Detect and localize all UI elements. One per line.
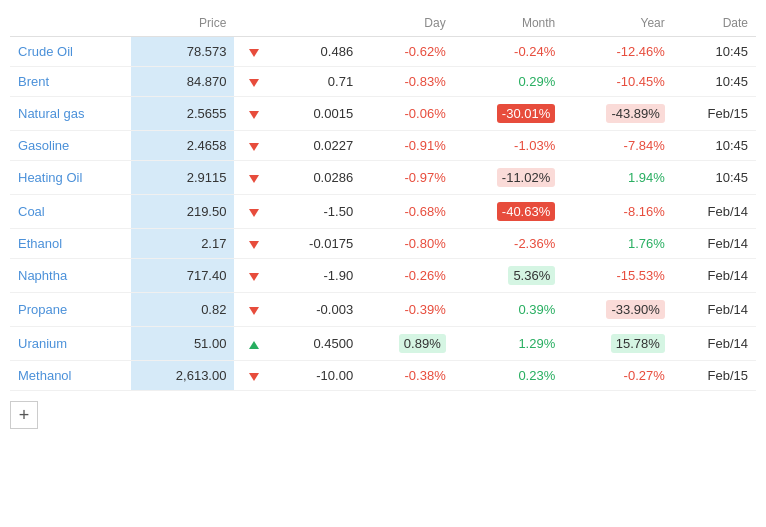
table-row: Coal219.50-1.50-0.68%-40.63%-8.16%Feb/14 [10, 195, 756, 229]
arrow-down-icon [249, 79, 259, 87]
commodity-name[interactable]: Coal [10, 195, 131, 229]
commodity-month: 0.39% [454, 293, 564, 327]
commodity-price: 2.17 [131, 229, 234, 259]
arrow-down-icon [249, 273, 259, 281]
commodity-name[interactable]: Crude Oil [10, 37, 131, 67]
commodity-name[interactable]: Uranium [10, 327, 131, 361]
commodity-year: 1.76% [563, 229, 673, 259]
commodity-month: -1.03% [454, 131, 564, 161]
commodity-date: 10:45 [673, 67, 756, 97]
commodity-year: -15.53% [563, 259, 673, 293]
commodity-arrow [234, 67, 272, 97]
commodity-price: 78.573 [131, 37, 234, 67]
commodity-name[interactable]: Gasoline [10, 131, 131, 161]
commodity-month: -2.36% [454, 229, 564, 259]
commodity-date: Feb/14 [673, 259, 756, 293]
commodity-name[interactable]: Methanol [10, 361, 131, 391]
table-row: Heating Oil2.91150.0286-0.97%-11.02%1.94… [10, 161, 756, 195]
commodity-day: -0.39% [361, 293, 454, 327]
commodity-date: Feb/15 [673, 97, 756, 131]
commodity-arrow [234, 361, 272, 391]
commodity-year: 1.94% [563, 161, 673, 195]
commodity-date: Feb/14 [673, 195, 756, 229]
col-header-year: Year [563, 10, 673, 37]
arrow-down-icon [249, 241, 259, 249]
table-row: Natural gas2.56550.0015-0.06%-30.01%-43.… [10, 97, 756, 131]
table-row: Crude Oil78.5730.486-0.62%-0.24%-12.46%1… [10, 37, 756, 67]
commodity-date: 10:45 [673, 37, 756, 67]
arrow-down-icon [249, 175, 259, 183]
commodity-arrow [234, 131, 272, 161]
commodity-date: Feb/15 [673, 361, 756, 391]
commodity-name[interactable]: Ethanol [10, 229, 131, 259]
commodity-price: 2.4658 [131, 131, 234, 161]
commodity-date: Feb/14 [673, 229, 756, 259]
commodity-change: -0.0175 [273, 229, 361, 259]
commodity-month: 5.36% [454, 259, 564, 293]
table-row: Brent84.8700.71-0.83%0.29%-10.45%10:45 [10, 67, 756, 97]
commodity-year: -8.16% [563, 195, 673, 229]
commodity-year: -10.45% [563, 67, 673, 97]
commodity-change: 0.4500 [273, 327, 361, 361]
commodity-change: 0.0286 [273, 161, 361, 195]
commodity-day: -0.06% [361, 97, 454, 131]
arrow-down-icon [249, 49, 259, 57]
commodity-change: 0.71 [273, 67, 361, 97]
commodity-change: -1.50 [273, 195, 361, 229]
commodity-month: -11.02% [454, 161, 564, 195]
col-header-name [10, 10, 131, 37]
commodity-year: -0.27% [563, 361, 673, 391]
commodity-month: 1.29% [454, 327, 564, 361]
commodity-day: -0.26% [361, 259, 454, 293]
commodity-year: -43.89% [563, 97, 673, 131]
table-row: Ethanol2.17-0.0175-0.80%-2.36%1.76%Feb/1… [10, 229, 756, 259]
arrow-down-icon [249, 209, 259, 217]
col-header-arrow [234, 10, 272, 37]
table-row: Naphtha717.40-1.90-0.26%5.36%-15.53%Feb/… [10, 259, 756, 293]
table-row: Propane0.82-0.003-0.39%0.39%-33.90%Feb/1… [10, 293, 756, 327]
commodity-year: -7.84% [563, 131, 673, 161]
commodity-price: 84.870 [131, 67, 234, 97]
commodity-year: -12.46% [563, 37, 673, 67]
col-header-change [273, 10, 361, 37]
commodity-price: 51.00 [131, 327, 234, 361]
commodity-arrow [234, 195, 272, 229]
add-row-button[interactable]: + [10, 401, 38, 429]
arrow-down-icon [249, 307, 259, 315]
commodity-price: 2,613.00 [131, 361, 234, 391]
commodity-arrow [234, 293, 272, 327]
commodity-day: -0.62% [361, 37, 454, 67]
col-header-date: Date [673, 10, 756, 37]
commodity-month: -40.63% [454, 195, 564, 229]
table-row: Gasoline2.46580.0227-0.91%-1.03%-7.84%10… [10, 131, 756, 161]
commodity-date: 10:45 [673, 131, 756, 161]
commodity-name[interactable]: Propane [10, 293, 131, 327]
col-header-day: Day [361, 10, 454, 37]
commodity-arrow [234, 327, 272, 361]
commodity-change: 0.486 [273, 37, 361, 67]
col-header-price: Price [131, 10, 234, 37]
commodity-name[interactable]: Naphtha [10, 259, 131, 293]
commodity-change: 0.0227 [273, 131, 361, 161]
arrow-down-icon [249, 111, 259, 119]
arrow-down-icon [249, 143, 259, 151]
col-header-month: Month [454, 10, 564, 37]
commodity-day: -0.97% [361, 161, 454, 195]
commodity-change: 0.0015 [273, 97, 361, 131]
commodity-arrow [234, 161, 272, 195]
commodity-month: -30.01% [454, 97, 564, 131]
commodity-arrow [234, 259, 272, 293]
table-row: Uranium51.000.45000.89%1.29%15.78%Feb/14 [10, 327, 756, 361]
commodity-date: 10:45 [673, 161, 756, 195]
commodity-price: 2.9115 [131, 161, 234, 195]
commodity-arrow [234, 229, 272, 259]
commodity-name[interactable]: Heating Oil [10, 161, 131, 195]
commodity-day: -0.80% [361, 229, 454, 259]
commodity-date: Feb/14 [673, 293, 756, 327]
commodity-day: -0.68% [361, 195, 454, 229]
commodity-price: 0.82 [131, 293, 234, 327]
table-row: Methanol2,613.00-10.00-0.38%0.23%-0.27%F… [10, 361, 756, 391]
commodity-name[interactable]: Natural gas [10, 97, 131, 131]
commodity-date: Feb/14 [673, 327, 756, 361]
commodity-name[interactable]: Brent [10, 67, 131, 97]
